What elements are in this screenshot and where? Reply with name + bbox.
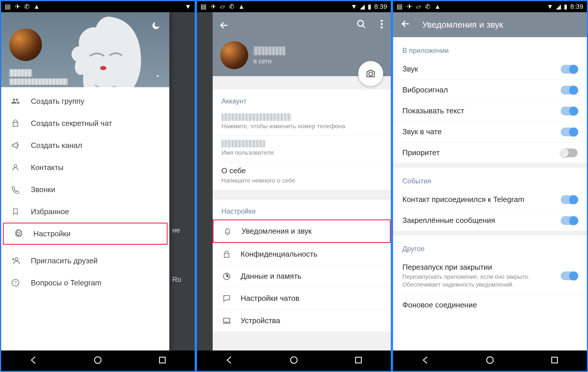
warning-icon: ▲ [434,3,441,10]
toggle-priority[interactable]: Приоритет [393,142,587,163]
search-icon[interactable] [356,19,366,30]
username-value [221,140,265,147]
lock-icon [10,119,21,127]
laptop-icon [221,316,232,325]
plane-icon: ✈ [407,3,412,10]
nav-bar [393,350,587,371]
back-icon[interactable] [401,19,411,31]
toggle-keep-alive[interactable]: Перезапуск при закрытии Перезапускать пр… [393,257,587,295]
menu-calls[interactable]: Звонки [1,178,169,201]
row-label: Данные и память [241,272,301,281]
switch[interactable] [561,149,578,157]
menu-label: Избранное [31,207,69,216]
more-icon[interactable] [380,19,383,30]
back-icon[interactable] [219,20,229,31]
toggle-label: Контакт присоединился к Telegram [402,195,561,204]
nav-home-icon[interactable] [289,355,299,366]
avatar[interactable] [220,41,248,69]
menu-contacts[interactable]: Контакты [1,156,169,178]
svg-point-10 [291,357,297,364]
switch[interactable] [561,128,578,136]
toggle-preview[interactable]: Показывать текст [393,101,587,121]
menu-label: Контакты [31,163,63,172]
user-name [253,46,285,55]
status-time: 8:39 [570,3,583,10]
row-devices[interactable]: Устройства [213,309,391,332]
svg-point-8 [381,26,383,28]
switch[interactable] [561,216,578,225]
image-icon: ▱ [416,3,421,10]
nav-recent-icon[interactable] [550,355,559,366]
row-label: Настройки чатов [241,294,299,303]
nav-recent-icon[interactable] [157,355,167,366]
warning-icon: ▲ [238,3,245,10]
group-icon [10,97,21,105]
menu-divider [1,247,169,247]
user-status: в сети [253,58,272,65]
phone-icon [10,185,21,194]
switch[interactable] [561,195,578,204]
row-chat-settings[interactable]: Настройки чатов [213,287,391,309]
switch[interactable] [561,107,578,115]
phone-settings: ▤ ✈ ▱ ✆ ▲ ▼ ◢ ▮ 8:39 в сети [196,0,392,372]
menu-create-channel[interactable]: Создать канал [1,134,169,156]
toggle-label: Закреплённые сообщения [402,216,561,225]
camera-button[interactable] [358,61,383,86]
toggle-vibrate[interactable]: Вибросигнал [393,80,587,101]
nav-back-icon[interactable] [420,355,430,366]
nav-back-icon[interactable] [224,355,234,366]
menu-list: Создать группу Создать секретный чат Соз… [1,87,169,294]
menu-create-group[interactable]: Создать группу [1,90,169,112]
header: Уведомления и звук [393,12,587,37]
toggle-label: Перезапуск при закрытии [402,263,561,272]
toggle-contact-joined[interactable]: Контакт присоединился к Telegram [393,189,587,210]
signal-icon: ◢ [360,3,365,10]
bell-icon [222,227,233,236]
svg-rect-13 [552,357,557,363]
drawer-header[interactable] [1,12,169,87]
row-privacy[interactable]: Конфиденциальность [213,243,391,265]
menu-secret-chat[interactable]: Создать секретный чат [1,112,169,134]
field-phone[interactable]: Нажмите, чтобы изменить номер телефона [213,109,391,135]
menu-faq[interactable]: ? Вопросы о Telegram [1,272,169,294]
field-title: О себе [221,166,382,175]
moon-icon[interactable] [151,21,161,31]
status-bar: ▤ ✈ ▱ ✆ ▲ ▼ ◢ ▮ 8:39 [197,1,391,12]
profile-header: в сети [213,12,391,76]
row-notifications[interactable]: Уведомления и звук [214,220,390,242]
field-sub: Нажмите, чтобы изменить номер телефона [221,123,382,130]
toggle-sound[interactable]: Звук [393,59,587,80]
status-bar: ▤ ✈ ✆ ▲ ▼ [1,1,195,12]
page-title: Уведомления и звук [422,20,503,30]
chevron-down-icon[interactable] [154,73,161,81]
svg-point-5 [358,20,363,26]
toggle-chat-sound[interactable]: Звук в чате [393,121,587,142]
settings-screen: в сети Аккаунт Нажмите, чтобы изменить н… [213,12,391,350]
battery-icon: ▮ [368,3,371,10]
toggle-label: Звук в чате [402,127,561,136]
status-bar: ▤ ✈ ▱ ✆ ▲ ▼ ◢ ▮ 8:39 [393,1,587,12]
row-label: Уведомления и звук [241,227,312,236]
toggle-pinned[interactable]: Закреплённые сообщения [393,210,587,231]
field-about[interactable]: О себе Напишите немного о себе [213,162,391,190]
switch[interactable] [561,86,578,94]
menu-settings[interactable]: Настройки [3,223,168,245]
lock-icon [221,250,232,258]
switch[interactable] [561,271,578,280]
avatar[interactable] [9,28,42,61]
nav-back-icon[interactable] [29,355,38,366]
nav-home-icon[interactable] [93,355,103,366]
svg-point-6 [381,20,383,22]
msg-icon: ▤ [5,3,11,10]
field-username[interactable]: Имя пользователя [213,135,391,162]
menu-label: Создать группу [31,97,84,106]
switch[interactable] [561,65,578,74]
row-data[interactable]: Данные и память [213,265,391,287]
svg-text:?: ? [14,280,17,285]
nav-home-icon[interactable] [485,355,495,366]
menu-invite[interactable]: Пригласить друзей [1,250,169,272]
toggle-bg-connection[interactable]: Фоновое соединение [393,295,587,315]
menu-saved[interactable]: Избранное [1,201,169,223]
nav-recent-icon[interactable] [353,355,363,366]
phone-value [221,113,291,121]
